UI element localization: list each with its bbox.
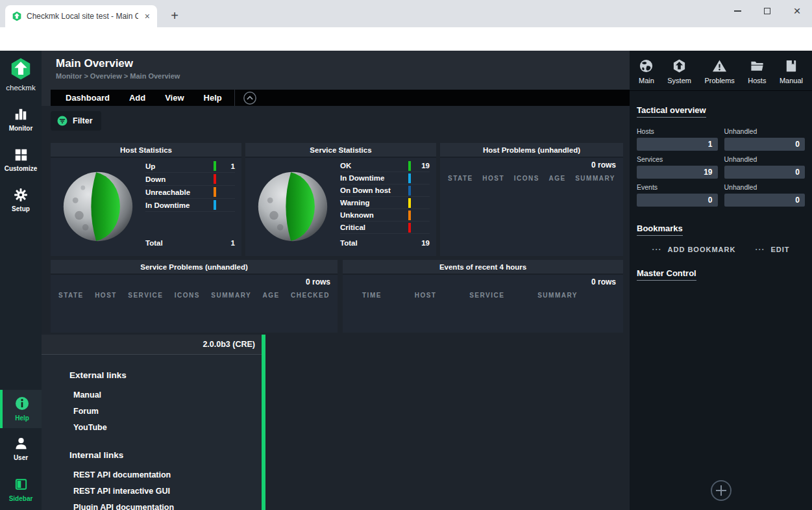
nav-item-user[interactable]: User <box>0 428 42 469</box>
hosts-unhandled-count[interactable]: 0 <box>724 138 806 151</box>
shortcut-label: Hosts <box>748 77 766 84</box>
nav-item-sidebar[interactable]: Sidebar <box>0 469 42 510</box>
link-rest-api-docs[interactable]: REST API documentation <box>73 467 265 483</box>
nav-item-customize[interactable]: Customize <box>0 147 42 172</box>
browser-tab[interactable]: Checkmk Local site test - Main O × <box>5 5 157 27</box>
link-rest-api-gui[interactable]: REST API interactive GUI <box>73 483 265 500</box>
breadcrumb[interactable]: Monitor > Overview > Main Overview <box>56 72 630 80</box>
legend-row: Unknown <box>340 209 430 222</box>
legend-color-bar <box>214 187 216 197</box>
column-header[interactable]: ICONS <box>175 292 200 299</box>
legend-color-bar <box>408 210 411 220</box>
edit-bookmarks-button[interactable]: EDIT <box>770 246 789 253</box>
maximize-icon <box>764 8 770 14</box>
column-header[interactable]: STATE <box>448 175 473 182</box>
close-button[interactable]: × <box>782 0 812 22</box>
legend-label[interactable]: In Downtime <box>340 174 408 182</box>
column-header[interactable]: SUMMARY <box>537 292 578 299</box>
shortcut-problems[interactable]: Problems <box>704 58 734 84</box>
legend-value[interactable]: 1 <box>221 162 235 170</box>
column-header[interactable]: TIME <box>362 292 382 299</box>
filter-button[interactable]: Filter <box>51 111 101 131</box>
book-icon <box>783 58 798 73</box>
page-title: Main Overview <box>56 57 630 70</box>
sidebar-divider <box>630 90 812 91</box>
monitor-bars-icon <box>14 107 28 121</box>
services-unhandled-count[interactable]: 0 <box>724 166 806 179</box>
column-header[interactable]: HOST <box>415 292 437 299</box>
shortcut-manual[interactable]: Manual <box>780 58 803 84</box>
legend-label[interactable]: In Downtime <box>145 201 214 209</box>
shortcut-label: Manual <box>780 77 803 84</box>
filter-icon <box>56 115 68 127</box>
more-dots-icon: ··· <box>652 245 662 254</box>
events-count[interactable]: 0 <box>637 194 718 207</box>
sidebar: Main System Problems Hosts <box>630 51 812 510</box>
column-header[interactable]: HOST <box>95 292 117 299</box>
legend-row: Up 1 <box>145 160 235 173</box>
legend-label[interactable]: Unreachable <box>145 188 214 196</box>
column-header[interactable]: CHECKED <box>291 292 330 299</box>
menu-item-help[interactable]: Help <box>194 93 232 103</box>
column-header[interactable]: SUMMARY <box>575 175 615 182</box>
more-dots-icon: ··· <box>755 245 765 254</box>
column-header[interactable]: STATE <box>58 292 84 299</box>
column-header[interactable]: SERVICE <box>469 292 504 299</box>
legend-label[interactable]: Critical <box>340 223 408 231</box>
link-plugin-api-docs[interactable]: Plugin API documentation <box>73 500 265 510</box>
menu-item-dashboard[interactable]: Dashboard <box>56 93 119 103</box>
column-header[interactable]: SUMMARY <box>211 292 251 299</box>
shortcut-main[interactable]: Main <box>639 58 654 84</box>
collapse-menubar-button[interactable] <box>243 91 257 105</box>
menu-separator <box>234 90 235 106</box>
new-tab-button[interactable]: + <box>166 8 183 25</box>
bookmarks-snapin: Bookmarks ··· ADD BOOKMARK ··· EDIT <box>630 222 812 254</box>
browser-titlebar: Checkmk Local site test - Main O × + × <box>0 0 812 27</box>
legend-label[interactable]: On Down host <box>340 186 408 194</box>
column-header[interactable]: HOST <box>482 175 504 182</box>
link-manual[interactable]: Manual <box>73 387 265 403</box>
hosts-count[interactable]: 1 <box>637 138 718 151</box>
link-youtube[interactable]: YouTube <box>73 420 265 436</box>
maximize-button[interactable] <box>752 0 782 22</box>
menu-item-add[interactable]: Add <box>119 93 155 103</box>
events-panel: Events of recent 4 hours 0 rows TIME HOS… <box>343 260 623 333</box>
folder-icon <box>750 58 765 73</box>
to-label: Services <box>637 155 718 163</box>
legend-value[interactable]: 19 <box>415 162 430 170</box>
checkmk-favicon-icon <box>12 11 22 21</box>
shortcut-system[interactable]: System <box>667 58 691 84</box>
main-content: Main Overview Monitor > Overview > Main … <box>42 51 630 510</box>
panel-title: Service Statistics <box>245 143 436 158</box>
nav-item-monitor[interactable]: Monitor <box>0 107 42 132</box>
legend-label[interactable]: Unknown <box>340 211 408 219</box>
host-problems-panel: Host Problems (unhandled) 0 rows STATE H… <box>440 143 623 256</box>
minimize-button[interactable] <box>722 0 752 22</box>
events-unhandled-count[interactable]: 0 <box>724 194 806 207</box>
column-header[interactable]: AGE <box>548 175 565 182</box>
tab-close-icon[interactable]: × <box>143 11 152 21</box>
menu-item-view[interactable]: View <box>155 93 193 103</box>
column-header[interactable]: SERVICE <box>128 292 163 299</box>
column-header[interactable]: ICONS <box>514 175 539 182</box>
legend-label[interactable]: Warning <box>340 199 408 207</box>
nav-item-setup[interactable]: Setup <box>0 188 42 212</box>
legend-label[interactable]: Up <box>145 162 214 170</box>
to-label: Hosts <box>637 127 718 135</box>
nav-item-help[interactable]: Help <box>0 390 42 428</box>
add-snapin-button[interactable] <box>709 479 733 505</box>
nav-label: Sidebar <box>9 495 33 502</box>
shortcut-label: System <box>667 77 691 84</box>
row-count: 0 rows <box>591 160 616 170</box>
legend-label[interactable]: Down <box>145 175 214 183</box>
legend-row: Warning <box>340 197 430 209</box>
legend-label[interactable]: OK <box>340 162 408 170</box>
add-bookmark-button[interactable]: ADD BOOKMARK <box>668 246 736 253</box>
link-forum[interactable]: Forum <box>73 403 265 420</box>
services-count[interactable]: 19 <box>637 166 718 179</box>
column-header[interactable]: AGE <box>263 292 280 299</box>
links-section-heading: Internal links <box>69 450 265 460</box>
shortcut-label: Main <box>639 77 654 84</box>
checkmk-brand[interactable]: checkmk <box>6 57 35 92</box>
shortcut-hosts[interactable]: Hosts <box>748 58 766 84</box>
